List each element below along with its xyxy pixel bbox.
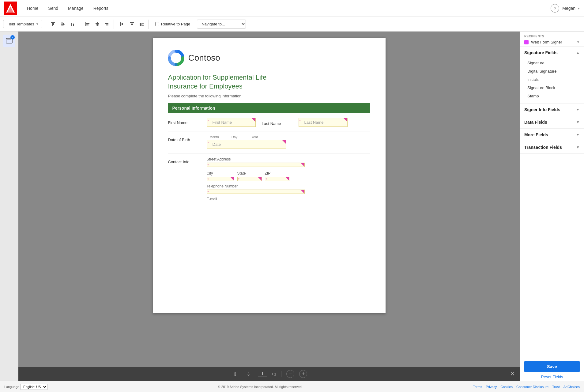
align-bottom-btn[interactable] xyxy=(68,20,77,29)
nav-home[interactable]: Home xyxy=(23,3,43,13)
align-left-btn[interactable] xyxy=(83,20,92,29)
navigate-dropdown[interactable]: Navigate to... Page 1 xyxy=(197,20,246,28)
align-center-btn[interactable] xyxy=(93,20,102,29)
dob-field[interactable]: * Date xyxy=(207,140,286,149)
footer: Language English: US © 2019 Adobe System… xyxy=(0,381,584,392)
more-fields-section: More Fields ▼ xyxy=(520,129,584,141)
last-name-label: Last Name xyxy=(262,119,296,126)
section-personal-header: Personal Information xyxy=(168,103,370,113)
recipient-name: Web Form Signer xyxy=(531,40,577,44)
align-top-btn[interactable] xyxy=(48,20,58,29)
dob-required-icon: * xyxy=(208,141,209,145)
signature-block-label: Signature Block xyxy=(527,85,555,90)
svg-rect-7 xyxy=(62,24,62,26)
align-group-2 xyxy=(81,20,114,29)
signature-block-item[interactable]: Signature Block xyxy=(527,84,580,92)
zip-corner-mark xyxy=(285,177,289,181)
nav-reports[interactable]: Reports xyxy=(89,3,113,13)
nav-manage[interactable]: Manage xyxy=(64,3,88,13)
last-name-value: Last Name xyxy=(301,120,324,125)
street-corner-mark xyxy=(301,163,304,167)
language-select-input[interactable]: English: US xyxy=(21,384,47,390)
svg-rect-24 xyxy=(122,23,123,25)
signer-info-header[interactable]: Signer Info Fields ▼ xyxy=(520,104,584,116)
initials-item[interactable]: Initials xyxy=(527,75,580,84)
footer-privacy-link[interactable]: Privacy xyxy=(486,385,497,389)
signer-info-section: Signer Info Fields ▼ xyxy=(520,104,584,116)
nav-send[interactable]: Send xyxy=(44,3,62,13)
relative-to-page-checkbox-label[interactable]: Relative to Page xyxy=(153,21,193,28)
reset-fields-link[interactable]: Reset Fields xyxy=(524,375,580,379)
phone-required-icon: * xyxy=(208,190,209,194)
footer-links: Terms Privacy Cookies Consumer Disclosur… xyxy=(473,385,580,389)
data-fields-section: Data Fields ▼ xyxy=(520,116,584,129)
signature-fields-header[interactable]: Signature Fields ▲ xyxy=(520,47,584,59)
city-label: City xyxy=(207,171,234,175)
footer-adchoices-link[interactable]: AdChoices xyxy=(563,385,580,389)
signature-fields-label: Signature Fields xyxy=(524,50,558,55)
language-selector[interactable]: Language English: US xyxy=(4,384,47,390)
digital-signature-item[interactable]: Digital Signature xyxy=(527,67,580,75)
recipient-chevron-icon[interactable]: ▼ xyxy=(577,40,580,44)
footer-terms-link[interactable]: Terms xyxy=(473,385,482,389)
svg-rect-6 xyxy=(62,22,62,24)
align-right-btn[interactable] xyxy=(103,20,112,29)
footer-cookies-link[interactable]: Cookies xyxy=(500,385,513,389)
city-field[interactable]: * xyxy=(207,177,234,181)
stamp-item[interactable]: Stamp xyxy=(527,92,580,100)
help-button[interactable]: ? xyxy=(551,4,559,13)
email-label: E-mail xyxy=(207,197,305,201)
page-down-btn[interactable]: ⇩ xyxy=(244,370,253,378)
svg-rect-5 xyxy=(61,24,65,24)
page-up-btn[interactable]: ⇧ xyxy=(231,370,239,378)
phone-corner-mark xyxy=(301,190,304,194)
divider-zoom xyxy=(281,371,281,377)
signature-fields-body: Signature Digital Signature Initials Sig… xyxy=(520,59,584,103)
align-group-1 xyxy=(47,20,79,29)
distribute-h-btn[interactable] xyxy=(118,20,127,29)
bottom-toolbar: ⇧ ⇩ 1 / 1 − + ✕ xyxy=(18,367,520,381)
first-name-field[interactable]: * First Name xyxy=(207,118,256,127)
recipient-row: Web Form Signer ▼ xyxy=(524,40,580,44)
phone-label: Telephone Number xyxy=(207,184,305,188)
state-required-icon: * xyxy=(238,178,239,181)
tool-form-field[interactable]: ✓ xyxy=(3,35,15,47)
transaction-fields-label: Transaction Fields xyxy=(524,145,562,150)
svg-rect-19 xyxy=(109,22,109,26)
state-label: State xyxy=(237,171,262,175)
zoom-out-btn[interactable]: − xyxy=(286,370,294,378)
footer-consumer-disclosure-link[interactable]: Consumer Disclosure xyxy=(516,385,548,389)
zoom-in-btn[interactable]: + xyxy=(299,370,307,378)
phone-field[interactable]: * xyxy=(207,190,305,194)
data-fields-header[interactable]: Data Fields ▼ xyxy=(520,116,584,128)
user-chevron-icon: ▼ xyxy=(577,7,580,10)
page-current-input[interactable]: 1 xyxy=(258,371,267,376)
document-page: Contoso Application for Supplemental Lif… xyxy=(153,38,386,313)
distribute-v-btn[interactable] xyxy=(127,20,137,29)
transaction-fields-header[interactable]: Transaction Fields ▼ xyxy=(520,141,584,153)
right-panel: RECIPIENTS Web Form Signer ▼ Signature F… xyxy=(520,32,584,381)
svg-rect-10 xyxy=(71,26,74,26)
zip-field[interactable]: * xyxy=(265,177,289,181)
street-field[interactable]: * xyxy=(207,163,305,167)
svg-rect-18 xyxy=(96,24,99,25)
dob-label: Date of Birth xyxy=(168,135,202,142)
align-middle-btn[interactable] xyxy=(58,20,67,29)
svg-rect-14 xyxy=(86,23,89,24)
match-size-btn[interactable] xyxy=(137,20,146,29)
field-templates-button[interactable]: Field Templates ▼ xyxy=(3,20,42,28)
document-area: Contoso Application for Supplemental Lif… xyxy=(18,32,520,381)
field-templates-chevron-icon: ▼ xyxy=(36,22,39,26)
relative-to-page-checkbox[interactable] xyxy=(155,22,159,26)
close-doc-btn[interactable]: ✕ xyxy=(510,371,515,377)
last-name-field[interactable]: * Last Name xyxy=(299,118,348,127)
more-fields-header[interactable]: More Fields ▼ xyxy=(520,129,584,141)
state-field[interactable]: * xyxy=(237,177,262,181)
page-sep: / 1 xyxy=(272,372,276,376)
footer-trust-link[interactable]: Trust xyxy=(552,385,560,389)
signature-item[interactable]: Signature xyxy=(527,59,580,67)
svg-rect-13 xyxy=(85,22,86,26)
initials-label: Initials xyxy=(527,77,539,82)
user-area[interactable]: Megan ▼ xyxy=(562,6,580,11)
save-button[interactable]: Save xyxy=(524,361,580,372)
